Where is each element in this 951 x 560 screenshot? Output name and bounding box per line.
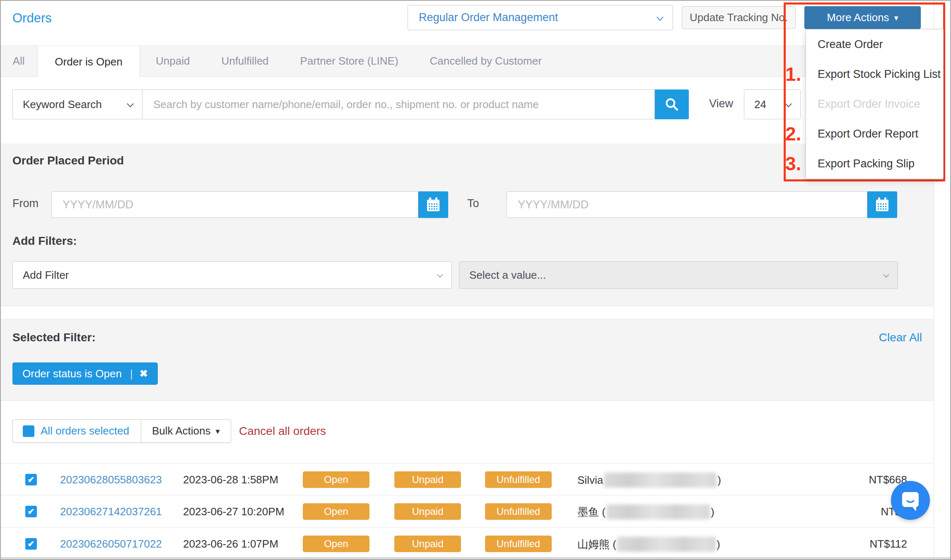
- customer-name-visible: Silvia: [577, 474, 603, 487]
- search-input[interactable]: [142, 89, 655, 119]
- table-row: ✔ 20230627142037261 2023-06-27 10:20PM O…: [0, 495, 934, 528]
- period-heading: Order Placed Period: [12, 154, 124, 167]
- tab-unfulfilled-label: Unfulfilled: [221, 55, 268, 68]
- search-type-select[interactable]: Keyword Search: [12, 89, 142, 119]
- redacted-customer-info: [606, 504, 710, 519]
- chat-launcher-button[interactable]: [891, 481, 930, 520]
- more-actions-label: More Actions: [827, 11, 889, 24]
- status-badge-unpaid: Unpaid: [394, 503, 461, 520]
- date-from-input[interactable]: [51, 191, 418, 218]
- order-number-link[interactable]: 20230627142037261: [60, 505, 162, 518]
- select-all-control[interactable]: ✔ All orders selected: [13, 420, 141, 442]
- menu-item-export-order-report[interactable]: Export Order Report: [806, 119, 943, 149]
- annotation-number-1: 1.: [785, 63, 807, 85]
- update-tracking-label: Update Tracking No.: [690, 11, 788, 24]
- order-date: 2023-06-27 10:20PM: [183, 505, 284, 518]
- status-badge-open: Open: [303, 536, 369, 552]
- remove-filter-icon[interactable]: ✖: [140, 368, 148, 379]
- tab-all[interactable]: All: [0, 46, 38, 76]
- chevron-down-icon: [437, 272, 443, 278]
- view-label: View: [709, 97, 733, 110]
- table-row: ✔ 20230626050717022 2023-06-26 1:07PM Op…: [0, 528, 934, 560]
- tab-order-is-open[interactable]: Order is Open: [38, 46, 140, 77]
- search-type-value: Keyword Search: [23, 98, 102, 111]
- status-badge-open: Open: [303, 471, 369, 488]
- customer-name-visible: 山姆熊 (: [577, 537, 616, 552]
- table-row: ✔ 20230628055803623 2023-06-28 1:58PM Op…: [0, 463, 934, 495]
- filter-chip-order-status-open[interactable]: Order status is Open | ✖: [12, 362, 158, 385]
- menu-item-export-stock-picking-list[interactable]: Export Stock Picking List: [806, 59, 943, 89]
- bulk-actions-group: ✔ All orders selected Bulk Actions ▾: [12, 419, 231, 443]
- filter-chip-separator: |: [130, 367, 133, 380]
- tab-cancelled-label: Cancelled by Customer: [430, 55, 542, 68]
- status-badge-unfulfilled: Unfulfilled: [485, 536, 552, 552]
- menu-item-export-order-invoice: Export Order Invoice: [806, 89, 943, 119]
- add-filters-heading: Add Filters:: [12, 234, 77, 248]
- view-count-value: 24: [754, 98, 766, 111]
- status-badge-unfulfilled: Unfulfilled: [485, 503, 552, 520]
- orders-table: ✔ 20230628055803623 2023-06-28 1:58PM Op…: [0, 463, 934, 560]
- page-title: Orders: [12, 11, 52, 26]
- caret-down-icon: ▾: [894, 14, 898, 22]
- window-bottom-edge: [0, 557, 951, 560]
- filter-chip-label: Order status is Open: [22, 367, 122, 380]
- more-actions-button[interactable]: More Actions ▾: [804, 6, 921, 29]
- add-filter-select[interactable]: Add Filter: [12, 261, 452, 289]
- customer-name-suffix: ): [717, 474, 721, 487]
- tab-unpaid-label: Unpaid: [156, 55, 190, 68]
- status-badge-open: Open: [303, 503, 369, 520]
- order-total: NT$112: [869, 538, 907, 550]
- clear-all-link[interactable]: Clear All: [879, 331, 922, 344]
- chevron-down-icon: [657, 14, 664, 21]
- row-checkbox[interactable]: ✔: [25, 506, 37, 517]
- order-management-select-value: Regular Order Management: [419, 11, 558, 24]
- customer-name: 山姆熊 ( ): [577, 537, 720, 552]
- chevron-down-icon: [883, 272, 889, 278]
- date-from-calendar-button[interactable]: [418, 191, 448, 218]
- menu-item-export-packing-slip[interactable]: Export Packing Slip: [806, 149, 943, 179]
- row-checkbox[interactable]: ✔: [25, 474, 37, 485]
- redacted-customer-info: [617, 537, 716, 552]
- search-icon: [664, 97, 680, 112]
- view-count-select[interactable]: 24: [744, 89, 801, 119]
- chevron-down-icon: [785, 100, 792, 107]
- filter-value-select[interactable]: Select a value...: [459, 261, 898, 289]
- chat-icon: [900, 490, 921, 511]
- tab-unpaid[interactable]: Unpaid: [140, 46, 205, 76]
- tab-partner-store-line[interactable]: Partner Store (LINE): [285, 46, 414, 76]
- redacted-customer-info: [604, 473, 717, 488]
- tab-cancelled-by-customer[interactable]: Cancelled by Customer: [414, 46, 558, 76]
- add-filter-value: Add Filter: [23, 269, 69, 282]
- menu-item-create-order[interactable]: Create Order: [806, 29, 943, 59]
- search-button[interactable]: [655, 89, 689, 119]
- selected-filter-heading: Selected Filter:: [12, 331, 96, 344]
- customer-name: 墨鱼 ( ): [577, 504, 714, 519]
- more-actions-menu: Create Order Export Stock Picking List E…: [806, 29, 944, 179]
- order-number-link[interactable]: 20230626050717022: [60, 538, 162, 550]
- select-all-checkbox[interactable]: ✔: [23, 425, 34, 437]
- order-date: 2023-06-28 1:58PM: [183, 473, 278, 486]
- status-badge-unfulfilled: Unfulfilled: [485, 471, 552, 488]
- tab-all-label: All: [13, 55, 25, 68]
- selected-filter-panel: Selected Filter: Clear All Order status …: [0, 319, 934, 401]
- row-checkbox[interactable]: ✔: [25, 538, 37, 550]
- order-management-select[interactable]: Regular Order Management: [408, 5, 673, 30]
- customer-name: Silvia ): [577, 473, 721, 488]
- tab-unfulfilled[interactable]: Unfulfilled: [205, 46, 284, 76]
- update-tracking-button[interactable]: Update Tracking No.: [682, 6, 796, 29]
- cancel-all-orders-link[interactable]: Cancel all orders: [239, 425, 326, 438]
- caret-down-icon: ▾: [216, 427, 220, 435]
- customer-name-visible: 墨鱼 (: [577, 505, 606, 519]
- order-date: 2023-06-26 1:07PM: [183, 538, 278, 550]
- bulk-actions-label: Bulk Actions: [152, 425, 211, 437]
- date-to-input[interactable]: [507, 191, 867, 218]
- header-bar: Orders Regular Order Management Update T…: [0, 0, 934, 46]
- calendar-icon: [426, 197, 440, 212]
- filter-value-placeholder: Select a value...: [469, 269, 546, 282]
- date-to-calendar-button[interactable]: [867, 191, 897, 218]
- order-number-link[interactable]: 20230628055803623: [60, 473, 162, 486]
- from-label: From: [12, 197, 39, 210]
- customer-name-suffix: ): [717, 538, 720, 551]
- bulk-actions-button[interactable]: Bulk Actions ▾: [141, 420, 231, 442]
- annotation-number-3: 3.: [785, 152, 807, 175]
